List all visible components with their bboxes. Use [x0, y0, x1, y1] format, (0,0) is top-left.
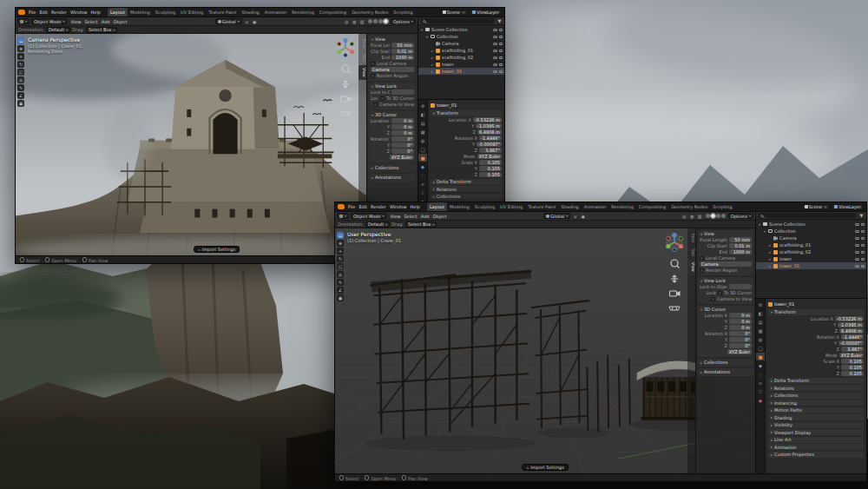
hide-eye-icon[interactable]: [855, 258, 859, 261]
viewport-3d-solid[interactable]: ▭⊕+↻◱◎✎∠▣ User Perspective(1) Collection…: [335, 228, 755, 473]
shading-rendered-icon[interactable]: [384, 19, 388, 23]
measure-tool-icon[interactable]: ∠: [337, 287, 344, 294]
render-visibility-icon[interactable]: [861, 230, 865, 233]
render-visibility-icon[interactable]: [861, 258, 865, 261]
outliner-row[interactable]: ▸ tower: [756, 255, 866, 262]
render-region-checkbox[interactable]: [700, 268, 704, 273]
transform-field[interactable]: 0.105: [479, 160, 502, 165]
outliner-row[interactable]: ▾ Scene Collection: [418, 26, 504, 33]
sidebar-tab[interactable]: View: [687, 260, 695, 274]
transform-field[interactable]: -0.00097°: [838, 340, 864, 346]
render-visibility-icon[interactable]: [861, 223, 865, 226]
local-camera-checkbox[interactable]: [371, 62, 375, 66]
options-dropdown[interactable]: Options▾: [728, 213, 753, 219]
render-visibility-icon[interactable]: [499, 29, 503, 31]
render-visibility-icon[interactable]: [861, 251, 865, 254]
import-settings-panel[interactable]: ▸Import Settings: [522, 464, 569, 471]
transform-field[interactable]: -0.53226 m: [835, 316, 864, 321]
render-visibility-icon[interactable]: [499, 50, 503, 52]
workspace-tab[interactable]: Animation: [582, 202, 609, 212]
annotations-panel-header[interactable]: ▸Annotations: [371, 175, 414, 180]
render-visibility-icon[interactable]: [499, 56, 503, 59]
shading-rendered-icon[interactable]: [721, 214, 726, 218]
value-field[interactable]: 0°: [729, 337, 752, 342]
transform-panel-header[interactable]: ▾Transform: [768, 309, 864, 315]
outliner-row[interactable]: ▸ tower_01: [418, 68, 504, 75]
sidebar-tab[interactable]: Item: [358, 36, 366, 50]
collapsed-section[interactable]: ▸Delta Transform: [768, 378, 864, 384]
filter-icon[interactable]: ▼: [858, 213, 865, 219]
collections-panel-header[interactable]: ▸Collections: [700, 360, 752, 365]
workspace-tab[interactable]: Texture Paint: [206, 8, 239, 17]
camera-field[interactable]: Camera: [700, 261, 752, 267]
viewport-menu-item[interactable]: Object: [431, 214, 449, 219]
outliner-search[interactable]: [420, 18, 495, 23]
transform-field[interactable]: 6.4908 m: [477, 129, 502, 135]
menu-item[interactable]: Edit: [357, 204, 369, 209]
collections-panel-header[interactable]: ▸Collections: [371, 165, 414, 170]
value-field[interactable]: 0 m: [729, 325, 752, 330]
menu-item[interactable]: Help: [409, 204, 422, 209]
collapsed-section[interactable]: ▸Delta Transform: [431, 179, 502, 185]
menu-item[interactable]: Window: [388, 204, 409, 209]
workspace-tab[interactable]: Shading: [239, 8, 261, 17]
object-data-tab-icon[interactable]: ▽: [756, 387, 765, 395]
collapsed-section[interactable]: ▸Collections: [768, 393, 864, 399]
hide-eye-icon[interactable]: [493, 36, 497, 38]
transform-field[interactable]: 0.105: [841, 359, 864, 364]
workspace-tab[interactable]: UV Editing: [497, 202, 525, 212]
workspace-tab[interactable]: Layout: [427, 202, 447, 212]
sidebar-tab[interactable]: Item: [687, 231, 695, 245]
world-tab-icon[interactable]: ◯: [418, 145, 427, 153]
render-region-checkbox[interactable]: [371, 74, 375, 78]
view-layer-tab-icon[interactable]: ▦: [418, 128, 427, 135]
transform-field[interactable]: -0.53226 m: [473, 117, 502, 122]
transform-field[interactable]: -1.0395 m: [476, 123, 502, 129]
collapsed-section[interactable]: ▸Line Art: [768, 437, 864, 443]
render-visibility-icon[interactable]: [499, 36, 503, 38]
menu-item[interactable]: Render: [49, 10, 69, 15]
transform-field[interactable]: 0.105: [841, 371, 864, 376]
lock-to-object-field[interactable]: [729, 284, 752, 289]
view-layer-tab-icon[interactable]: ▦: [756, 327, 765, 334]
show-gizmo-icon[interactable]: ◎: [681, 213, 687, 219]
outliner-search[interactable]: [758, 213, 857, 218]
cursor-tool-icon[interactable]: ⊕: [337, 240, 344, 247]
world-tab-icon[interactable]: ◯: [756, 344, 765, 352]
tool-tab-icon[interactable]: ⚙: [418, 102, 427, 109]
viewport-menu-item[interactable]: Select: [82, 19, 99, 24]
outliner-row[interactable]: ▸ scaffolding_02: [418, 54, 504, 61]
sidebar-tab[interactable]: Tool: [687, 246, 695, 259]
scale-tool-icon[interactable]: ◱: [337, 263, 344, 270]
output-tab-icon[interactable]: ▤: [418, 119, 427, 127]
cursor-panel-header[interactable]: ▾3D Cursor: [371, 112, 414, 117]
value-field[interactable]: XYZ Euler: [727, 349, 752, 354]
outliner-row[interactable]: ▾ Collection: [418, 33, 504, 40]
rotate-tool-icon[interactable]: ↻: [337, 255, 344, 262]
unlink-icon[interactable]: ×: [462, 10, 465, 15]
workspace-tab[interactable]: Layout: [108, 8, 128, 17]
navigation-gizmo[interactable]: [336, 37, 355, 121]
transform-field[interactable]: -1.4446°: [841, 334, 864, 340]
menu-item[interactable]: Render: [369, 204, 388, 209]
annotations-panel-header[interactable]: ▸Annotations: [700, 369, 752, 374]
collapsed-section[interactable]: ▸Collections: [431, 194, 502, 200]
value-field[interactable]: 0 m: [391, 130, 414, 135]
render-visibility-icon[interactable]: [861, 265, 865, 268]
snapping-magnet-icon[interactable]: ∪: [572, 213, 578, 219]
transform-tool-icon[interactable]: ◎: [17, 76, 24, 83]
local-camera-checkbox[interactable]: [700, 256, 704, 261]
proportional-edit-icon[interactable]: ◉: [252, 18, 258, 24]
transform-orientation-dropdown[interactable]: Global▾: [215, 18, 242, 24]
scene-selector[interactable]: Scene×: [802, 204, 830, 210]
overlays-icon[interactable]: ◍: [689, 213, 695, 219]
workspace-tab[interactable]: Geometry Nodes: [668, 202, 710, 212]
outliner-row[interactable]: ▸ scaffolding_01: [756, 241, 866, 248]
render-visibility-icon[interactable]: [499, 70, 503, 73]
editor-type-button[interactable]: ▾: [337, 213, 349, 219]
collapsed-section[interactable]: ▸Motion Paths: [768, 407, 864, 413]
render-tab-icon[interactable]: ◧: [756, 309, 765, 317]
render-visibility-icon[interactable]: [499, 43, 503, 45]
lock-to-object-field[interactable]: [391, 89, 414, 95]
hide-eye-icon[interactable]: [493, 43, 497, 45]
